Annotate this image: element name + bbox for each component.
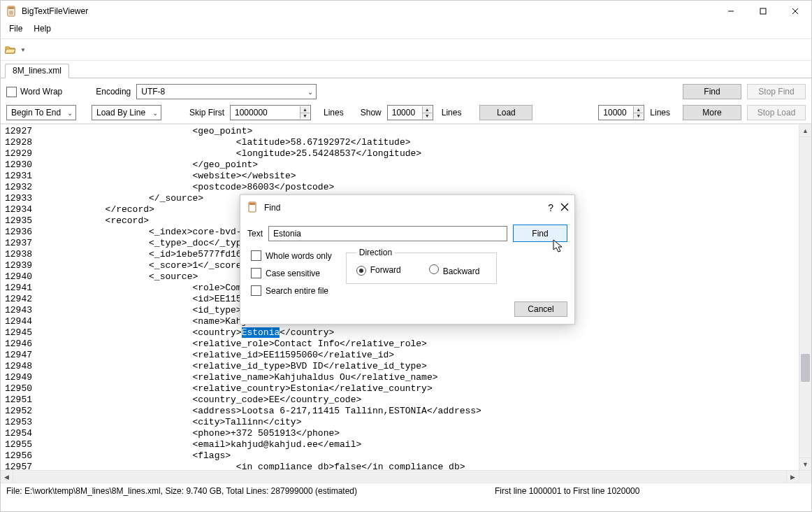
viewer-line[interactable]: 12927 <geo_point> [5, 126, 795, 137]
tab-bar: 8M_lines.xml [1, 61, 811, 78]
find-text-input[interactable]: Estonia [268, 226, 507, 241]
viewer-line[interactable]: 12949 <relative_name>Kahjuhaldus Ou</rel… [5, 372, 795, 383]
scroll-right-icon[interactable]: ▶ [786, 471, 799, 483]
chevron-down-icon: ⌄ [307, 88, 313, 96]
line-number: 12952 [5, 406, 40, 417]
viewer-line[interactable]: 12956 <flags> [5, 450, 795, 462]
spin-up-icon[interactable]: ▲ [300, 106, 310, 113]
viewer-line[interactable]: 12931 <website></website> [5, 171, 795, 182]
line-content: <relative_name>Kahjuhaldus Ou</relative_… [40, 372, 438, 383]
stop-find-button[interactable]: Stop Find [747, 84, 806, 99]
line-content: <address>Lootsa 6-217,11415 Tallinn,ESTO… [40, 406, 481, 417]
viewer-line[interactable]: 12946 <relative_role>Contact Info</relat… [5, 339, 795, 350]
dialog-find-button[interactable]: Find [513, 225, 567, 242]
viewer-line[interactable]: 12947 <relative_id>EE11595060</relative_… [5, 350, 795, 361]
spin-down-icon[interactable]: ▼ [300, 113, 310, 120]
line-content: </geo_point> [40, 159, 258, 171]
line-number: 12931 [5, 171, 40, 182]
line-content: <record> [40, 215, 149, 227]
spin-up-icon[interactable]: ▲ [633, 106, 643, 113]
search-entire-checkbox[interactable]: Search entire file [251, 285, 332, 296]
scroll-thumb[interactable] [801, 354, 810, 382]
load-button[interactable]: Load [479, 105, 532, 120]
titlebar: BigTextFileViewer [1, 1, 811, 22]
encoding-select[interactable]: UTF-8 ⌄ [136, 84, 317, 99]
line-number: 12937 [5, 238, 40, 249]
whole-words-checkbox[interactable]: Whole words only [251, 250, 332, 261]
line-number: 12945 [5, 327, 40, 339]
menu-file[interactable]: File [3, 22, 28, 35]
line-number: 12951 [5, 394, 40, 406]
scroll-up-icon[interactable]: ▲ [799, 125, 811, 137]
dialog-cancel-button[interactable]: Cancel [514, 301, 567, 317]
viewer-line[interactable]: 12932 <postcode>86003</postcode> [5, 182, 795, 193]
viewer-line[interactable]: 12957 <in_compliance_db>false</in_compli… [5, 462, 795, 470]
show-input[interactable]: 10000 ▲▼ [387, 105, 433, 120]
find-button[interactable]: Find [683, 84, 741, 99]
line-number: 12956 [5, 450, 40, 462]
viewer-line[interactable]: 12952 <address>Lootsa 6-217,11415 Tallin… [5, 406, 795, 417]
case-sensitive-checkbox[interactable]: Case sensitive [251, 268, 332, 278]
viewer-line[interactable]: 12948 <relative_id_type>BVD ID</relative… [5, 361, 795, 372]
line-number: 12947 [5, 350, 40, 361]
viewer-line[interactable]: 12954 <phone>+372 5051913</phone> [5, 428, 795, 439]
folder-open-icon[interactable] [5, 44, 16, 55]
skip-first-value: 1000000 [235, 108, 268, 118]
right-count-value: 10000 [603, 108, 626, 118]
word-wrap-checkbox[interactable] [6, 87, 17, 97]
maximize-button[interactable] [747, 1, 779, 22]
dialog-close-icon[interactable] [560, 203, 569, 213]
forward-radio[interactable]: Forward [356, 265, 401, 276]
minimize-button[interactable] [715, 1, 747, 22]
line-number: 12930 [5, 159, 40, 171]
line-number: 12955 [5, 439, 40, 450]
close-button[interactable] [779, 1, 811, 22]
skip-first-input[interactable]: 1000000 ▲▼ [230, 105, 311, 120]
skip-first-label: Skip First [189, 108, 224, 118]
viewer-line[interactable]: 12928 <latitude>58.67192972</latitude> [5, 137, 795, 148]
find-text-value: Estonia [273, 229, 301, 239]
viewer-line[interactable]: 12929 <longitude>25.54248537</longitude> [5, 148, 795, 159]
line-content: <relative_role>Contact Info</relative_ro… [40, 339, 427, 350]
chevron-down-icon[interactable]: ▼ [20, 47, 26, 53]
spin-down-icon[interactable]: ▼ [422, 113, 432, 120]
menu-help[interactable]: Help [28, 22, 57, 35]
app-icon [6, 6, 17, 17]
statusbar: File: E:\work\temp\8M_lines\8M_lines.xml… [1, 483, 811, 499]
load-mode-select[interactable]: Load By Line ⌄ [92, 105, 161, 120]
line-number: 12949 [5, 372, 40, 383]
help-icon[interactable]: ? [548, 202, 553, 213]
scroll-down-icon[interactable]: ▼ [799, 457, 811, 470]
horizontal-scrollbar[interactable]: ◀ ▶ [1, 470, 799, 483]
viewer-line[interactable]: 12930 </geo_point> [5, 159, 795, 171]
line-content: <_index>core-bvd-v2- [40, 227, 258, 238]
direction-select[interactable]: Begin To End ⌄ [6, 105, 76, 120]
dialog-icon [247, 201, 259, 215]
viewer-line[interactable]: 12955 <email>kahjud@kahjud.ee</email> [5, 439, 795, 450]
viewer-line[interactable]: 12951 <country_code>EE</country_code> [5, 394, 795, 406]
line-number: 12957 [5, 462, 40, 470]
line-content: <email>kahjud@kahjud.ee</email> [40, 439, 361, 450]
line-content: <latitude>58.67192972</latitude> [40, 137, 411, 148]
line-content: <geo_point> [40, 126, 252, 137]
stop-load-button[interactable]: Stop Load [747, 105, 806, 120]
line-content: <_type>_doc</_type> [40, 238, 252, 249]
more-button[interactable]: More [683, 105, 741, 120]
line-number: 12942 [5, 294, 40, 305]
spin-up-icon[interactable]: ▲ [422, 106, 432, 113]
line-number: 12933 [5, 193, 40, 204]
viewer-line[interactable]: 12953 <city>Tallinn</city> [5, 417, 795, 428]
backward-radio[interactable]: Backward [429, 264, 480, 276]
line-content: <website></website> [40, 171, 296, 182]
viewer-line[interactable]: 12950 <relative_country>Estonia</relativ… [5, 383, 795, 394]
line-content: <phone>+372 5051913</phone> [40, 428, 340, 439]
line-number: 12940 [5, 271, 40, 283]
line-number: 12943 [5, 305, 40, 316]
search-highlight: Estonia [242, 327, 280, 338]
tab-file[interactable]: 8M_lines.xml [5, 64, 69, 78]
viewer-line[interactable]: 12945 <country>Estonia</country> [5, 327, 795, 339]
right-count-input[interactable]: 10000 ▲▼ [598, 105, 644, 120]
spin-down-icon[interactable]: ▼ [633, 113, 643, 120]
vertical-scrollbar[interactable]: ▲ ▼ [799, 125, 811, 470]
scroll-left-icon[interactable]: ◀ [1, 471, 13, 483]
